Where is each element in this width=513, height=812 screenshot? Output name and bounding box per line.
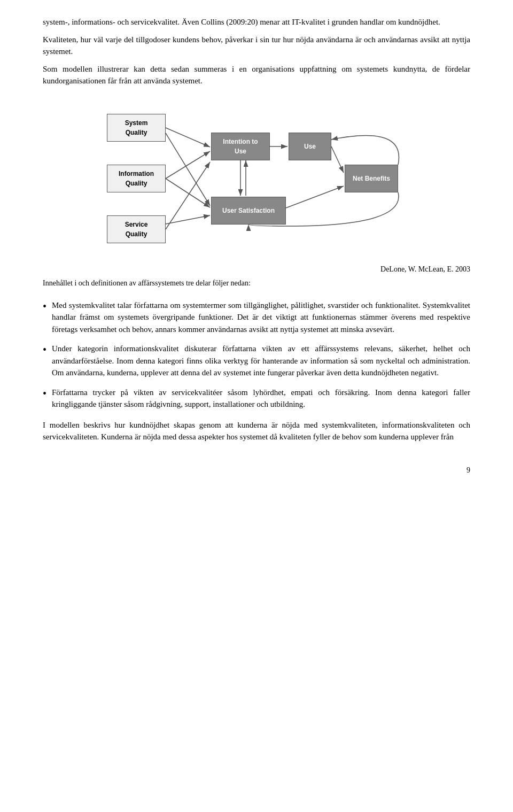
- bullet-2-text: Under kategorin informationskvalitet dis…: [52, 343, 470, 379]
- svg-line-5: [166, 179, 210, 207]
- bullet-item-2: Under kategorin informationskvalitet dis…: [43, 343, 470, 379]
- citation-text: DeLone, W. McLean, E. 2003: [380, 264, 470, 275]
- citation-row: DeLone, W. McLean, E. 2003: [43, 264, 470, 275]
- bullet-item-1: Med systemkvalitet talar författarna om …: [43, 299, 470, 336]
- bullet-1-text: Med systemkvalitet talar författarna om …: [52, 299, 470, 336]
- delone-mclean-diagram: System Quality Information Quality Servi…: [107, 103, 406, 258]
- bullet-list: Med systemkvalitet talar författarna om …: [43, 299, 470, 411]
- paragraph-1: system-, informations- och servicekvalit…: [43, 16, 470, 28]
- paragraph-3: Som modellen illustrerar kan detta sedan…: [43, 63, 470, 87]
- bullet-3-text: Författarna trycker på vikten av service…: [52, 386, 470, 411]
- diagram-arrows: [107, 103, 406, 258]
- caption: Innehållet i och definitionen av affärss…: [43, 277, 470, 289]
- page-number: 9: [43, 465, 470, 476]
- paragraph-2: Kvaliteten, hur väl varje del tillgodose…: [43, 34, 470, 58]
- svg-line-10: [331, 146, 344, 173]
- bullet-item-3: Författarna trycker på vikten av service…: [43, 386, 470, 411]
- final-paragraph: I modellen beskrivs hur kundnöjdhet skap…: [43, 419, 470, 443]
- svg-line-2: [166, 151, 210, 179]
- svg-line-11: [286, 186, 344, 208]
- diagram-container: System Quality Information Quality Servi…: [43, 103, 470, 258]
